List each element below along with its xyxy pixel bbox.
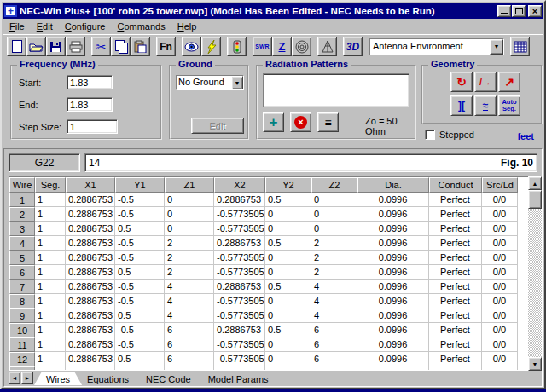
- swr-button[interactable]: SWR: [253, 37, 272, 56]
- menu-commands[interactable]: Commands: [111, 20, 171, 33]
- table-cell[interactable]: -0.5: [115, 366, 165, 371]
- function-button[interactable]: Fn: [156, 37, 176, 56]
- table-cell[interactable]: 0/0: [482, 308, 518, 323]
- table-cell[interactable]: 2: [165, 251, 214, 265]
- table-cell[interactable]: -0.5: [115, 193, 165, 207]
- col-header-seg[interactable]: Seg.: [35, 177, 66, 193]
- scroll-up-button[interactable]: ▲: [528, 176, 542, 190]
- wire-translate-button[interactable]: /→: [474, 72, 497, 92]
- table-cell[interactable]: Perfect: [429, 337, 482, 352]
- formula-field[interactable]: 14 Fig. 10: [84, 153, 537, 172]
- table-cell[interactable]: 6: [311, 352, 357, 366]
- table-cell[interactable]: 1: [35, 323, 66, 337]
- row-header-cell[interactable]: 12: [9, 352, 35, 366]
- table-cell[interactable]: 2: [311, 236, 357, 251]
- scroll-down-button[interactable]: ▼: [528, 357, 542, 371]
- environment-dropdown[interactable]: Antenna Environment ▼: [369, 38, 504, 55]
- row-header-cell[interactable]: 13: [9, 366, 35, 371]
- table-cell[interactable]: 0.0996: [357, 222, 429, 236]
- table-cell[interactable]: -0.5773505: [214, 294, 265, 308]
- tab-scroll-right-button[interactable]: ►: [21, 372, 33, 384]
- table-cell[interactable]: 0: [265, 251, 311, 265]
- table-cell[interactable]: 0: [265, 337, 311, 352]
- table-cell[interactable]: 0.2886753: [66, 366, 115, 371]
- table-cell[interactable]: 0.0996: [357, 294, 429, 308]
- table-cell[interactable]: 0: [311, 207, 357, 222]
- table-cell[interactable]: Perfect: [429, 236, 482, 251]
- table-cell[interactable]: 4: [165, 308, 214, 323]
- add-pattern-button[interactable]: +: [263, 112, 284, 132]
- paste-button[interactable]: [131, 37, 150, 56]
- table-cell[interactable]: 1: [35, 265, 66, 280]
- table-cell[interactable]: Perfect: [429, 207, 482, 222]
- table-cell[interactable]: 2: [165, 236, 214, 251]
- table-cell[interactable]: 1: [35, 280, 66, 294]
- row-header-cell[interactable]: 8: [9, 294, 35, 308]
- antenna-view-button[interactable]: [317, 37, 337, 56]
- delete-pattern-button[interactable]: ×: [290, 112, 311, 132]
- col-header-x1[interactable]: X1: [66, 177, 115, 193]
- scale-button[interactable]: ↗: [498, 72, 520, 92]
- table-cell[interactable]: -0.5: [115, 280, 165, 294]
- menu-edit[interactable]: Edit: [31, 20, 59, 33]
- table-cell[interactable]: 0.5: [265, 366, 311, 371]
- col-header-z1[interactable]: Z1: [165, 177, 214, 193]
- table-cell[interactable]: 0.5: [115, 308, 165, 323]
- row-header-cell[interactable]: 9: [9, 308, 35, 323]
- table-cell[interactable]: 0.2886753: [66, 222, 115, 236]
- status-button[interactable]: [227, 37, 247, 56]
- grid-button[interactable]: [510, 37, 530, 56]
- brackets-button[interactable]: ][: [450, 95, 473, 116]
- table-cell[interactable]: -0.5773505: [214, 222, 265, 236]
- table-cell[interactable]: 8: [165, 366, 214, 371]
- table-cell[interactable]: 0: [165, 222, 214, 236]
- table-cell[interactable]: 0: [265, 352, 311, 366]
- end-input[interactable]: 1.83: [67, 97, 113, 112]
- tab-scroll-left-button[interactable]: ◄: [9, 372, 20, 384]
- table-cell[interactable]: 0.2886753: [214, 280, 265, 294]
- tab-model-params[interactable]: Model Params: [196, 372, 281, 385]
- minimize-button[interactable]: [497, 5, 511, 17]
- col-header-dia[interactable]: Dia.: [357, 177, 429, 193]
- table-cell[interactable]: 0.5: [115, 222, 165, 236]
- menu-configure[interactable]: Configure: [59, 20, 112, 33]
- table-cell[interactable]: 1: [35, 308, 66, 323]
- col-header-conduct[interactable]: Conduct: [429, 177, 482, 193]
- table-cell[interactable]: 0.0996: [357, 207, 429, 222]
- table-cell[interactable]: 0.0996: [357, 366, 429, 371]
- cell-reference[interactable]: G22: [9, 153, 80, 172]
- radiation-pattern-list[interactable]: [263, 73, 410, 107]
- table-cell[interactable]: Perfect: [429, 265, 482, 280]
- table-cell[interactable]: 4: [165, 294, 214, 308]
- table-cell[interactable]: 0.2886753: [66, 207, 115, 222]
- row-header-cell[interactable]: 10: [9, 323, 35, 337]
- table-cell[interactable]: 0.5: [265, 193, 311, 207]
- table-cell[interactable]: 0.0996: [357, 251, 429, 265]
- table-cell[interactable]: 0: [311, 222, 357, 236]
- auto-seg-button[interactable]: Auto Seg.: [498, 95, 520, 116]
- table-cell[interactable]: 6: [165, 323, 214, 337]
- table-cell[interactable]: -0.5: [115, 251, 165, 265]
- table-cell[interactable]: 0.2886753: [66, 236, 115, 251]
- table-cell[interactable]: Perfect: [429, 193, 482, 207]
- new-button[interactable]: [7, 37, 26, 56]
- table-cell[interactable]: 2: [165, 265, 214, 280]
- table-cell[interactable]: 4: [165, 280, 214, 294]
- col-header-y1[interactable]: Y1: [115, 177, 165, 193]
- copy-button[interactable]: [111, 37, 131, 56]
- table-cell[interactable]: 0.2886753: [66, 251, 115, 265]
- col-header-z2[interactable]: Z2: [311, 177, 357, 193]
- table-cell[interactable]: 1: [35, 251, 66, 265]
- table-cell[interactable]: Perfect: [429, 323, 482, 337]
- table-cell[interactable]: 4: [311, 294, 357, 308]
- table-cell[interactable]: 0.2886753: [66, 280, 115, 294]
- table-cell[interactable]: 0/0: [482, 323, 518, 337]
- row-header-cell[interactable]: 5: [9, 251, 35, 265]
- table-cell[interactable]: 6: [311, 337, 357, 352]
- col-header-x2[interactable]: X2: [214, 177, 265, 193]
- table-cell[interactable]: 0: [165, 193, 214, 207]
- table-cell[interactable]: 1: [35, 222, 66, 236]
- table-cell[interactable]: 0/0: [482, 236, 518, 251]
- table-cell[interactable]: Perfect: [429, 251, 482, 265]
- table-cell[interactable]: 0.2886753: [214, 193, 265, 207]
